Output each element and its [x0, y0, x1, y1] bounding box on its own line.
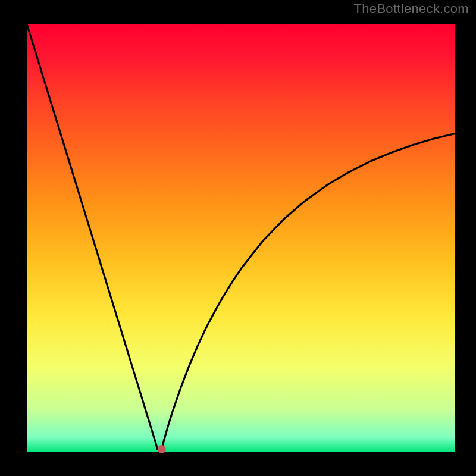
bottleneck-chart: TheBottleneck.com	[0, 0, 476, 476]
chart-svg	[0, 0, 476, 476]
watermark-text: TheBottleneck.com	[354, 1, 469, 17]
gradient-background	[27, 24, 455, 452]
optimum-marker	[158, 445, 166, 453]
